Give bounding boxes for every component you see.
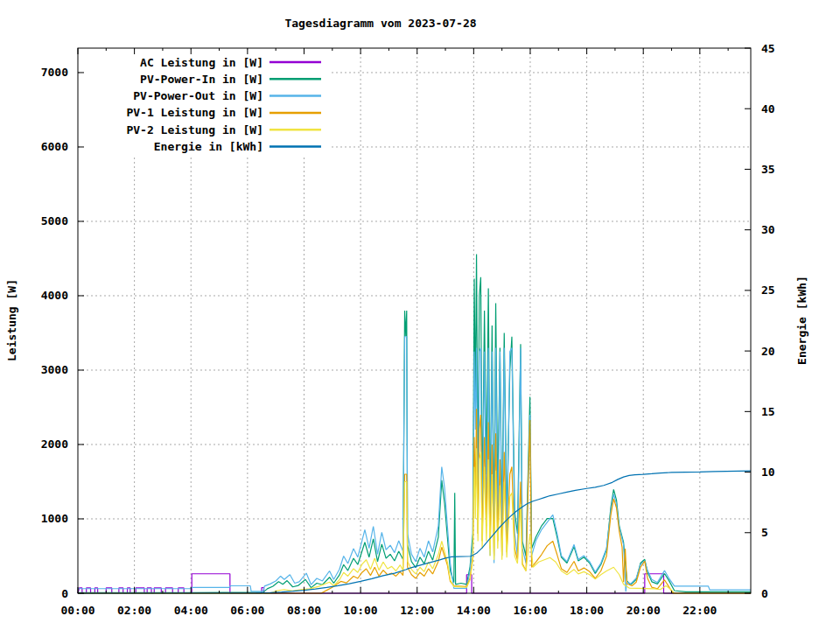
x-tick-label: 10:00 (344, 604, 378, 617)
y-right-tick-label: 10 (761, 466, 775, 479)
x-tick-label: 16:00 (513, 604, 547, 617)
legend-label: PV-2 Leistung in [W] (126, 123, 263, 136)
x-tick-label: 06:00 (230, 604, 264, 617)
y-axis-right-label: Energie [kWh] (795, 276, 808, 365)
y-axis-left-label: Leistung [W] (5, 279, 18, 361)
series-pv-power-in-in-w (78, 254, 751, 592)
y-right-tick-label: 30 (761, 223, 775, 236)
x-tick-label: 20:00 (626, 604, 661, 617)
x-tick-label: 08:00 (287, 604, 321, 617)
y-right-tick-label: 5 (761, 526, 768, 539)
y-right-tick-label: 20 (761, 345, 775, 358)
y-left-tick-label: 2000 (41, 438, 68, 451)
y-right-tick-label: 15 (761, 405, 775, 418)
y-right-tick-label: 45 (761, 42, 775, 55)
tagesdiagramm-chart: 00:0002:0004:0006:0008:0010:0012:0014:00… (0, 0, 840, 630)
y-left-tick-label: 4000 (41, 289, 68, 302)
series-lines (78, 254, 751, 593)
x-tick-label: 12:00 (400, 604, 434, 617)
y-left-tick-label: 5000 (41, 214, 68, 228)
chart-title: Tagesdiagramm vom 2023-07-28 (284, 17, 476, 30)
y-right-tick-label: 25 (761, 284, 775, 297)
x-tick-label: 18:00 (570, 604, 604, 617)
series-pv-2-leistung-in-w (78, 448, 751, 593)
legend-label: Energie in [kWh] (154, 140, 263, 153)
chart: 00:0002:0004:0006:0008:0010:0012:0014:00… (0, 0, 840, 630)
y-right-tick-label: 35 (761, 163, 775, 176)
y-right-tick-label: 40 (761, 102, 775, 116)
y-left-tick-label: 3000 (41, 363, 68, 376)
legend-label: PV-1 Leistung in [W] (126, 106, 263, 119)
y-right-tick-label: 0 (761, 587, 768, 600)
x-tick-label: 02:00 (117, 604, 151, 617)
y-left-tick-label: 6000 (41, 140, 68, 153)
x-tick-label: 14:00 (457, 604, 491, 617)
y-left-tick-label: 0 (61, 587, 68, 600)
series-pv-power-out-in-w (78, 337, 751, 592)
legend-label: AC Leistung in [W] (140, 56, 263, 69)
legend-label: PV-Power-In in [W] (140, 73, 263, 86)
x-tick-label: 22:00 (682, 604, 717, 617)
x-tick-label: 00:00 (60, 604, 94, 617)
y-left-tick-label: 1000 (41, 512, 68, 525)
legend-label: PV-Power-Out in [W] (133, 89, 263, 102)
x-tick-label: 04:00 (174, 604, 208, 617)
y-left-tick-label: 7000 (41, 66, 68, 79)
